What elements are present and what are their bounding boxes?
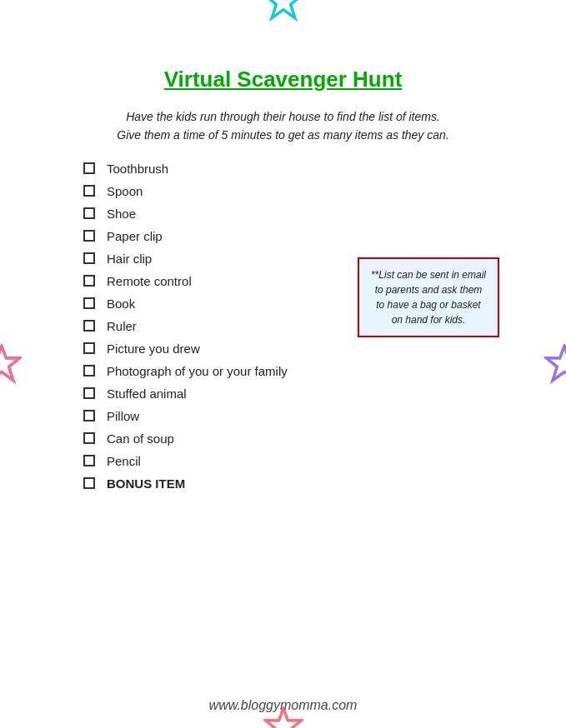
star-icon: [543, 342, 566, 386]
item-label: BONUS ITEM: [107, 476, 185, 491]
list-item[interactable]: Spoon: [83, 184, 483, 198]
star-icon: [543, 342, 566, 386]
svg-marker-39: [546, 346, 566, 380]
svg-marker-30: [0, 346, 20, 380]
item-label: Picture you drew: [107, 342, 200, 356]
star-icon: [543, 342, 566, 386]
star-icon: [262, 0, 305, 23]
star-icon: [543, 342, 566, 386]
star-icon: [262, 0, 305, 23]
list-item[interactable]: Pencil: [83, 454, 483, 468]
svg-marker-34: [0, 346, 20, 380]
list-item[interactable]: Photograph of you or your family: [83, 364, 483, 378]
svg-marker-22: [0, 346, 20, 380]
item-label: Toothbrush: [107, 162, 168, 176]
svg-marker-36: [546, 346, 566, 380]
star-icon: [262, 0, 305, 23]
svg-marker-3: [265, 0, 301, 18]
star-icon: [543, 342, 566, 386]
list-item[interactable]: Can of soup: [83, 431, 483, 446]
star-icon: [262, 0, 305, 23]
star-icon: [0, 342, 23, 386]
item-label: Shoe: [107, 207, 136, 221]
svg-marker-46: [546, 346, 566, 380]
svg-marker-0: [265, 0, 301, 18]
checkbox[interactable]: [83, 387, 95, 399]
svg-marker-40: [546, 346, 566, 380]
svg-marker-37: [546, 346, 566, 380]
subtitle-line1: Have the kids run through their house to…: [83, 107, 483, 126]
item-label: Pencil: [107, 454, 141, 468]
star-icon: [0, 342, 23, 386]
svg-marker-25: [0, 346, 20, 380]
subtitle-line2: Give them a time of 5 minutes to get as …: [83, 126, 483, 144]
star-icon: [0, 342, 23, 386]
svg-marker-41: [546, 346, 566, 380]
star-icon: [0, 342, 23, 386]
item-label: Can of soup: [107, 431, 174, 446]
content-area: Virtual Scavenger Hunt Have the kids run…: [83, 67, 483, 678]
svg-marker-42: [546, 346, 566, 380]
svg-marker-4: [265, 0, 301, 18]
star-icon: [262, 0, 305, 23]
svg-marker-47: [546, 346, 566, 380]
svg-marker-38: [546, 346, 566, 380]
checkbox[interactable]: [83, 410, 95, 421]
star-icon: [543, 342, 566, 386]
subtitle: Have the kids run through their house to…: [83, 107, 483, 145]
checkbox[interactable]: [83, 477, 95, 489]
checkbox[interactable]: [83, 297, 95, 309]
list-item[interactable]: Paper clip: [83, 229, 483, 243]
list-item[interactable]: Stuffed animal: [83, 386, 483, 401]
svg-marker-23: [0, 346, 20, 380]
svg-marker-9: [265, 0, 301, 18]
star-icon: [0, 342, 23, 386]
svg-marker-1: [265, 0, 301, 18]
star-icon: [0, 342, 23, 386]
checkbox[interactable]: [83, 342, 95, 354]
checkbox[interactable]: [83, 455, 95, 466]
checkbox[interactable]: [83, 320, 95, 332]
svg-marker-31: [0, 346, 20, 380]
svg-marker-24: [0, 346, 20, 380]
checkbox[interactable]: [83, 432, 95, 444]
star-icon: [262, 0, 305, 23]
svg-marker-44: [546, 346, 566, 380]
star-icon: [543, 342, 566, 386]
footer: www.bloggymomma.com: [0, 698, 566, 713]
checkbox[interactable]: [83, 185, 95, 197]
checkbox[interactable]: [83, 207, 95, 219]
list-item[interactable]: BONUS ITEM: [83, 476, 483, 491]
svg-marker-28: [0, 346, 20, 380]
svg-marker-5: [265, 0, 301, 18]
star-icon: [543, 342, 566, 386]
item-label: Pillow: [107, 409, 139, 423]
svg-marker-32: [0, 346, 20, 380]
checkbox[interactable]: [83, 252, 95, 264]
note-text: **List can be sent in email to parents a…: [371, 269, 486, 326]
item-label: Stuffed animal: [107, 386, 187, 401]
page: Virtual Scavenger Hunt Have the kids run…: [0, 0, 566, 728]
item-label: Hair clip: [107, 252, 152, 266]
list-item[interactable]: Picture you drew: [83, 342, 483, 356]
item-label: Photograph of you or your family: [107, 364, 288, 378]
list-item[interactable]: Shoe: [83, 207, 483, 221]
star-icon: [0, 342, 23, 386]
svg-marker-6: [265, 0, 301, 18]
star-icon: [0, 342, 23, 386]
star-icon: [0, 342, 23, 386]
star-icon: [0, 342, 23, 386]
star-icon: [543, 342, 566, 386]
checkbox[interactable]: [83, 275, 95, 287]
star-icon: [262, 0, 305, 23]
checkbox[interactable]: [83, 162, 95, 174]
item-label: Book: [107, 297, 135, 311]
checkbox[interactable]: [83, 365, 95, 376]
list-item[interactable]: Toothbrush: [83, 162, 483, 176]
svg-marker-2: [265, 0, 301, 18]
list-item[interactable]: Pillow: [83, 409, 483, 423]
star-icon: [543, 342, 566, 386]
checkbox[interactable]: [83, 230, 95, 242]
svg-marker-10: [265, 0, 301, 18]
svg-marker-33: [0, 346, 20, 380]
